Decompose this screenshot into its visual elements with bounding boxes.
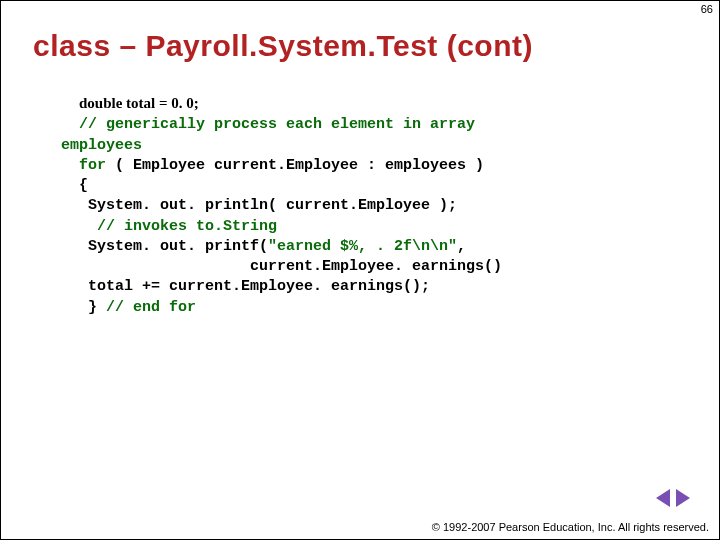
declaration-line: double total = 0. 0; <box>79 93 659 113</box>
comment: // end for <box>106 299 196 316</box>
code-line: { <box>61 176 659 196</box>
copyright-text: © 1992-2007 Pearson Education, Inc. All … <box>432 521 709 533</box>
string-literal: "earned $%, . 2f\n\n" <box>268 238 457 255</box>
comment: // generically process each element in a… <box>79 116 475 133</box>
code-line: System. out. println( current.Employee )… <box>61 196 659 216</box>
code-line: // invokes to.String <box>61 217 659 237</box>
code-line: for ( Employee current.Employee : employ… <box>61 156 659 176</box>
code-line: System. out. printf("earned $%, . 2f\n\n… <box>61 237 659 257</box>
code-block: double total = 0. 0; // generically proc… <box>61 93 659 318</box>
code-line: current.Employee. earnings() <box>61 257 659 277</box>
code-line: // generically process each element in a… <box>61 115 659 135</box>
keyword-for: for <box>79 157 106 174</box>
nav-buttons <box>655 489 691 511</box>
next-button-icon[interactable] <box>676 489 690 507</box>
code-line: employees <box>61 136 659 156</box>
code-line: total += current.Employee. earnings(); <box>61 277 659 297</box>
code-line: } // end for <box>61 298 659 318</box>
slide-title: class – Payroll.System.Test (cont) <box>33 29 719 63</box>
page-number: 66 <box>701 3 713 15</box>
prev-button-icon[interactable] <box>656 489 670 507</box>
comment: // invokes to.String <box>97 218 277 235</box>
